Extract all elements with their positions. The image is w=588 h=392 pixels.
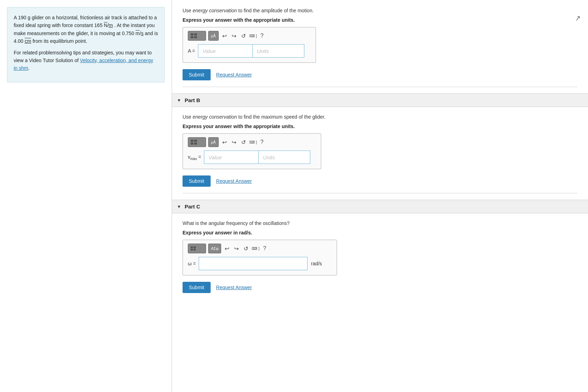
part-b-label: Part B [185,97,200,103]
part-c-input-row: ω = rad/s [188,257,332,270]
part-c-section: ▼ Part C What is the angular frequency o… [183,200,577,293]
part-a-express-text: Express your answer with the appropriate… [183,17,577,23]
part-b-symbol-btn[interactable]: μÅ [208,137,219,147]
part-a-label: A = [188,48,195,54]
part-c-header: ▼ Part C [172,200,588,213]
part-c-answer-box: √ ΑΣφ ↩ ↪ ↺ ⌨ ] ? ω = rad/s [183,240,337,275]
problem-info-box: A 190 g glider on a horizontal, friction… [7,7,165,82]
cursor-icon: ↗ [574,14,582,23]
unit-cm: cm [25,38,31,44]
divider-b-c [183,193,577,193]
b-q-italic: energy conservation [193,114,237,120]
part-b-undo-btn[interactable]: ↩ [221,138,228,146]
part-c-redo-btn[interactable]: ↪ [233,245,240,253]
part-b-submit-button[interactable]: Submit [183,175,211,187]
part-b-request-answer-button[interactable]: Request Answer [216,178,252,184]
part-c-express-text: Express your answer in rad/s. [183,230,577,235]
part-b-section: ▼ Part B Use energy conservation to find… [183,93,577,187]
part-c-submit-row: Submit Request Answer [183,282,577,293]
part-b-input-row: vmax = [188,151,316,164]
part-c-refresh-btn[interactable]: ↺ [242,245,250,253]
svg-rect-6 [191,142,193,145]
b-matrix-icon [191,140,197,145]
part-c-undo-btn[interactable]: ↩ [223,245,231,253]
part-a-redo-btn[interactable]: ↪ [230,32,238,40]
part-b-keyboard-btn[interactable]: ⌨ ] [249,140,257,145]
left-panel: A 190 g glider on a horizontal, friction… [0,0,172,392]
part-a-units-input[interactable] [252,44,304,58]
part-c-matrix-btn[interactable]: √ [188,244,206,253]
svg-text:√: √ [196,247,197,251]
part-c-question-area: What is the angular frequency of the osc… [183,213,577,293]
part-b-units-input[interactable] [258,151,310,164]
part-b-express-text: Express your answer with the appropriate… [183,124,577,129]
part-b-matrix-btn[interactable] [188,137,206,147]
part-c-omega-label: ω = [188,261,196,266]
b-q-prefix: Use [183,114,193,120]
part-c-keyboard-btn[interactable]: ⌨ ] [252,246,259,251]
part-c-toolbar: √ ΑΣφ ↩ ↪ ↺ ⌨ ] ? [188,244,332,253]
unit-m: m [109,22,113,28]
part-a-help-btn[interactable]: ? [259,32,265,40]
svg-rect-2 [191,36,193,38]
part-b-answer-box: μÅ ↩ ↪ ↺ ⌨ ] ? vmax = [183,133,321,169]
problem-description: A 190 g glider on a horizontal, friction… [14,14,158,45]
part-a-toolbar: μÅ ↩ ↪ ↺ ⌨ ] ? [188,31,311,41]
unit-s: s [141,31,144,36]
part-c-help-btn[interactable]: ? [262,245,267,252]
c-matrix-icon: √ [191,246,197,251]
tutor-link[interactable]: Velocity, acceleration, and energy in sh… [14,58,153,71]
part-c-unit-label: rad/s [311,261,322,266]
part-a-request-answer-button[interactable]: Request Answer [216,72,252,78]
svg-rect-9 [193,246,196,248]
unit-m2: m [136,31,140,36]
svg-rect-3 [194,36,197,38]
svg-rect-4 [191,140,193,142]
q-prefix: Use [183,8,193,13]
part-b-question-area: Use energy conservation to find the maxi… [183,107,577,187]
svg-rect-1 [194,33,197,35]
q-italic: energy conservation [193,8,237,13]
q-suffix: to find the amplitude of the motion. [237,8,314,13]
part-b-question-text: Use energy conservation to find the maxi… [183,113,577,121]
part-a-question-text: Use energy conservation to find the ampl… [183,7,577,14]
part-a-undo-btn[interactable]: ↩ [221,32,228,40]
part-b-label: vmax = [188,154,201,161]
part-b-redo-btn[interactable]: ↪ [230,138,238,146]
tip-text: For related problemsolving tips and stra… [14,49,158,72]
part-c-label: Part C [185,204,200,210]
b-q-suffix: to find the maximum speed of the glider. [237,114,325,120]
svg-rect-8 [191,246,193,248]
part-c-value-input[interactable] [199,257,308,270]
part-b-value-input[interactable] [204,151,258,164]
divider-a-b [183,87,577,87]
matrix-icon [191,33,197,38]
part-a-input-row: A = [188,44,311,58]
part-c-request-answer-button[interactable]: Request Answer [216,285,252,290]
part-a-submit-button[interactable]: Submit [183,69,211,80]
svg-rect-7 [194,142,197,145]
part-a-symbol-btn[interactable]: μÅ [208,31,219,41]
part-c-arrow: ▼ [177,204,181,209]
part-b-refresh-btn[interactable]: ↺ [240,138,247,146]
part-b-header: ▼ Part B [172,93,588,107]
part-c-question-text: What is the angular frequency of the osc… [183,220,577,227]
part-c-submit-button[interactable]: Submit [183,282,211,293]
svg-rect-0 [191,33,193,35]
right-panel: ↗ Use energy conservation to find the am… [172,0,588,392]
part-a-matrix-btn[interactable] [188,31,206,41]
link-suffix: . [28,65,29,71]
unit-N: N [104,22,107,28]
part-c-symbol-btn[interactable]: ΑΣφ [208,244,221,253]
part-a-refresh-btn[interactable]: ↺ [240,32,247,40]
part-b-submit-row: Submit Request Answer [183,175,577,187]
svg-rect-10 [191,249,193,251]
part-a-value-input[interactable] [198,44,252,58]
part-a-question-area: Use energy conservation to find the ampl… [183,4,577,80]
svg-rect-5 [194,140,197,142]
part-a-submit-row: Submit Request Answer [183,69,577,80]
part-b-arrow: ▼ [177,98,181,103]
part-b-help-btn[interactable]: ? [259,138,265,146]
part-a-answer-box: μÅ ↩ ↪ ↺ ⌨ ] ? A = [183,27,316,63]
part-a-keyboard-btn[interactable]: ⌨ ] [249,34,257,38]
